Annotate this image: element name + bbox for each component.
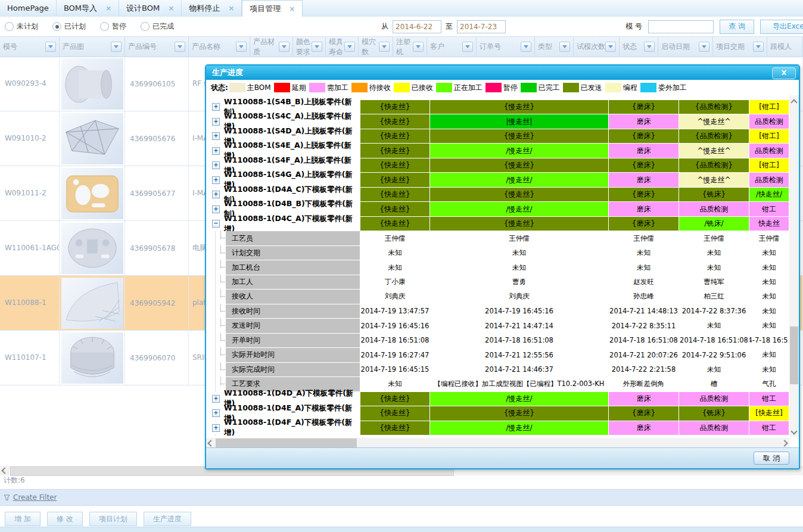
- filter-dropdown-icon[interactable]: [379, 42, 390, 52]
- part-label-cell: +W110088-1(D4F_A)下模板零件(新增): [206, 421, 360, 435]
- filter-dropdown-icon[interactable]: [279, 42, 290, 52]
- column-header-10[interactable]: 客户: [427, 37, 477, 57]
- column-header-14[interactable]: 状态: [620, 37, 658, 57]
- action-button-3[interactable]: 项目计划: [89, 512, 137, 526]
- legend-item-label: 已接收: [412, 83, 433, 93]
- filter-dropdown-icon[interactable]: [605, 42, 616, 52]
- tab-label: 项目管理: [250, 4, 281, 14]
- close-icon[interactable]: X: [772, 67, 796, 79]
- product-thumbnail-orange-plate: [61, 168, 123, 219]
- filter-dropdown-icon[interactable]: [644, 42, 655, 52]
- export-excel-button[interactable]: 导出Excel: [760, 20, 803, 34]
- radio-option-2[interactable]: 已计划: [52, 21, 86, 32]
- tab-3[interactable]: 设计BOM×: [119, 0, 182, 16]
- stage-cell: {磨床}: [609, 158, 678, 172]
- detail-value: 曹纯军: [679, 275, 749, 289]
- expand-icon[interactable]: +: [212, 147, 220, 155]
- expand-icon[interactable]: +: [212, 409, 220, 417]
- filter-dropdown-icon[interactable]: [312, 42, 322, 52]
- scroll-up-icon[interactable]: [792, 98, 796, 103]
- column-header-3[interactable]: 产品编号: [125, 37, 189, 57]
- filter-dropdown-icon[interactable]: [344, 42, 355, 52]
- record-count: 计数:6: [4, 475, 25, 486]
- filter-dropdown-icon[interactable]: [699, 42, 709, 52]
- mold-no-cell: W091010-2: [0, 111, 60, 166]
- expand-icon[interactable]: +: [212, 206, 220, 213]
- expand-icon[interactable]: +: [212, 103, 220, 111]
- collapse-icon[interactable]: −: [212, 220, 220, 228]
- filter-dropdown-icon[interactable]: [413, 42, 424, 52]
- radio-icon: [141, 22, 150, 31]
- filter-dropdown-icon[interactable]: [175, 42, 185, 52]
- column-header-2[interactable]: 产品图: [60, 37, 125, 57]
- cancel-button[interactable]: 取 消: [754, 452, 789, 465]
- radio-option-1[interactable]: 未计划: [5, 21, 38, 32]
- stage-cell: 品质检测: [749, 173, 789, 186]
- detail-value: 未知: [679, 319, 749, 332]
- column-header-5[interactable]: 产品材质: [250, 37, 293, 57]
- column-header-13[interactable]: 试模次数: [574, 37, 620, 57]
- create-filter-link[interactable]: Create Filter: [13, 493, 57, 502]
- column-header-15[interactable]: 启动日期: [658, 37, 713, 57]
- dialog-vertical-scrollbar[interactable]: [789, 95, 799, 437]
- tab-close-icon[interactable]: ×: [168, 5, 174, 11]
- date-from-input[interactable]: [393, 20, 441, 33]
- column-header-16[interactable]: 项目交期: [713, 37, 767, 57]
- bottom-strip: [0, 527, 803, 532]
- scroll-left-icon[interactable]: [206, 438, 216, 448]
- filter-dropdown-icon[interactable]: [753, 42, 764, 52]
- column-header-17[interactable]: 跟模人: [767, 37, 803, 57]
- filter-dropdown-icon[interactable]: [559, 42, 570, 52]
- scrollbar-thumb[interactable]: [790, 326, 798, 384]
- expand-icon[interactable]: +: [212, 424, 220, 432]
- filter-dropdown-icon[interactable]: [521, 42, 531, 52]
- column-header-6[interactable]: 颜色要求: [293, 37, 326, 57]
- expand-icon[interactable]: +: [212, 161, 220, 169]
- filter-dropdown-icon[interactable]: [111, 42, 122, 52]
- date-to-input[interactable]: [457, 20, 506, 33]
- column-header-9[interactable]: 注塑机: [393, 37, 427, 57]
- column-label: 状态: [623, 42, 637, 52]
- dialog-horizontal-scrollbar[interactable]: [206, 438, 789, 448]
- tab-close-icon[interactable]: ×: [228, 5, 234, 11]
- radio-option-3[interactable]: 暂停: [100, 21, 126, 32]
- scrollbar-thumb[interactable]: [216, 438, 357, 447]
- scroll-right-icon[interactable]: [780, 438, 789, 448]
- detail-value: 未知: [749, 304, 789, 318]
- tab-close-icon[interactable]: ×: [105, 5, 111, 11]
- progress-tree: +W110088-1(S4B_B)上脱板零件(新制){快走丝}{慢走丝}{磨床}…: [206, 100, 789, 435]
- expand-icon[interactable]: +: [212, 118, 220, 126]
- mold-no-input[interactable]: [648, 20, 714, 33]
- scroll-left-icon[interactable]: [0, 466, 10, 475]
- expand-icon[interactable]: +: [212, 176, 220, 184]
- filter-dropdown-icon[interactable]: [236, 42, 247, 52]
- column-header-12[interactable]: 类型: [535, 37, 574, 57]
- radio-option-4[interactable]: 已完成: [141, 21, 174, 32]
- filter-dropdown-icon[interactable]: [462, 42, 473, 52]
- column-header-7[interactable]: 模具寿命: [326, 37, 359, 57]
- column-header-1[interactable]: 模号: [0, 37, 60, 57]
- scroll-down-icon[interactable]: [792, 427, 796, 432]
- filter-dropdown-icon[interactable]: [45, 42, 56, 52]
- detail-value: 孙忠峰: [609, 290, 678, 303]
- column-header-8[interactable]: 模穴数: [359, 37, 393, 57]
- stage-cell: [钳工]: [749, 158, 789, 172]
- search-button[interactable]: 查 询: [720, 20, 754, 34]
- action-button-2[interactable]: 修 改: [47, 512, 83, 526]
- expand-icon[interactable]: +: [212, 191, 220, 198]
- tab-5[interactable]: 项目管理×: [242, 0, 303, 17]
- tab-close-icon[interactable]: ×: [289, 6, 295, 12]
- expand-icon[interactable]: +: [212, 395, 220, 403]
- tab-1[interactable]: HomePage: [0, 0, 57, 16]
- chevron-down-icon: [608, 45, 613, 48]
- column-header-11[interactable]: 订单号: [477, 37, 535, 57]
- tab-4[interactable]: 物料停止×: [182, 0, 242, 16]
- expand-icon[interactable]: +: [212, 132, 220, 140]
- legend-item: 暂停: [485, 83, 518, 93]
- action-button-4[interactable]: 生产进度: [144, 512, 191, 526]
- detail-value: 王仲儒: [430, 231, 608, 245]
- tab-2[interactable]: BOM导入×: [57, 0, 119, 16]
- column-header-4[interactable]: 产品名称: [189, 37, 250, 57]
- product-no-cell: 4369905677: [125, 166, 189, 220]
- action-button-1[interactable]: 增 加: [5, 512, 41, 526]
